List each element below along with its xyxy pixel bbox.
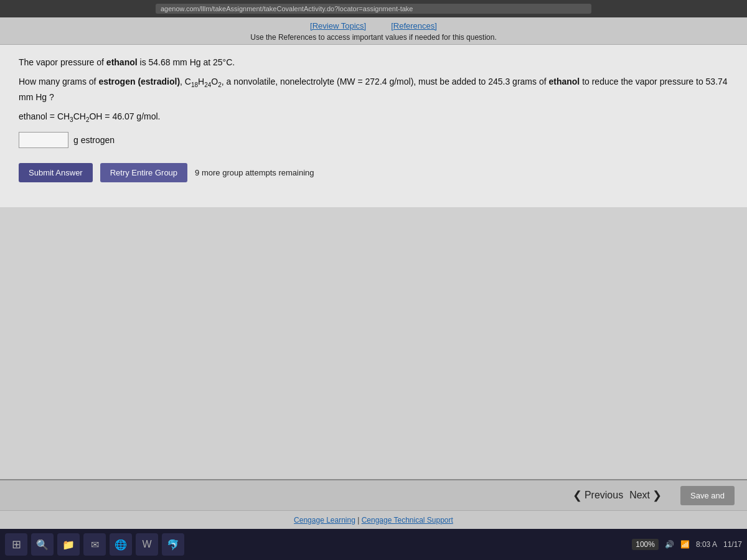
question-area: The vapor pressure of ethanol is 54.68 m… [0,45,747,207]
attempts-text: 9 more group attempts remaining [195,168,314,177]
references-link[interactable]: [References] [391,21,437,30]
retry-entire-group-button[interactable]: Retry Entire Group [100,163,187,182]
answer-input[interactable] [19,132,68,148]
answer-unit: g estrogen [73,135,115,145]
previous-label: Previous [585,490,623,501]
review-topics-link[interactable]: [Review Topics] [310,21,366,30]
taskbar-files-icon[interactable]: 📁 [57,533,80,556]
bottom-nav: ❮ Previous Next ❯ Save and [0,479,747,510]
time-display: 8:03 A [696,540,717,549]
taskbar-mail-icon[interactable]: ✉ [83,533,106,556]
taskbar-right: 100% 🔊 📶 8:03 A 11/17 [632,539,742,550]
next-button[interactable]: Next ❯ [629,488,662,502]
next-label: Next [629,490,650,501]
browser-bar: agenow.com/lllm/takeAssignment/takeCoval… [0,0,747,17]
taskbar-search-icon[interactable]: 🔍 [31,533,54,556]
taskbar-app-icon[interactable]: 🐬 [162,533,184,556]
answer-row: g estrogen [19,132,728,148]
chevron-right-icon: ❯ [652,488,662,502]
taskbar: ⊞ 🔍 📁 ✉ 🌐 W 🐬 100% 🔊 📶 8:03 A 11/17 [0,529,747,560]
taskbar-browser-icon[interactable]: 🌐 [110,533,132,556]
ethanol-label: ethanol = CH3CH2OH = 46.07 g/mol. [19,111,728,123]
toolbar-subtitle: Use the References to access important v… [250,33,497,42]
save-button[interactable]: Save and [680,486,735,505]
footer: Cengage Learning | Cengage Technical Sup… [0,510,747,529]
cengage-learning-link[interactable]: Cengage Learning [294,516,355,525]
url-bar: agenow.com/lllm/takeAssignment/takeCoval… [156,4,591,14]
toolbar: [Review Topics] [References] Use the Ref… [0,17,747,45]
question-text: How many grams of estrogen (estradiol), … [19,75,728,104]
zoom-level: 100% [632,539,659,550]
cengage-support-link[interactable]: Cengage Technical Support [362,516,453,525]
volume-icon: 🔊 [665,540,674,549]
toolbar-links: [Review Topics] [References] [310,21,437,30]
buttons-row: Submit Answer Retry Entire Group 9 more … [19,163,728,182]
taskbar-word-icon[interactable]: W [136,533,158,556]
date-display: 11/17 [723,540,742,549]
submit-answer-button[interactable]: Submit Answer [19,163,93,182]
start-button[interactable]: ⊞ [5,533,27,556]
wifi-icon: 📶 [680,540,690,549]
vapor-pressure-text: The vapor pressure of ethanol is 54.68 m… [19,57,728,67]
previous-button[interactable]: ❮ Previous [573,488,623,502]
chevron-left-icon: ❮ [573,488,582,502]
